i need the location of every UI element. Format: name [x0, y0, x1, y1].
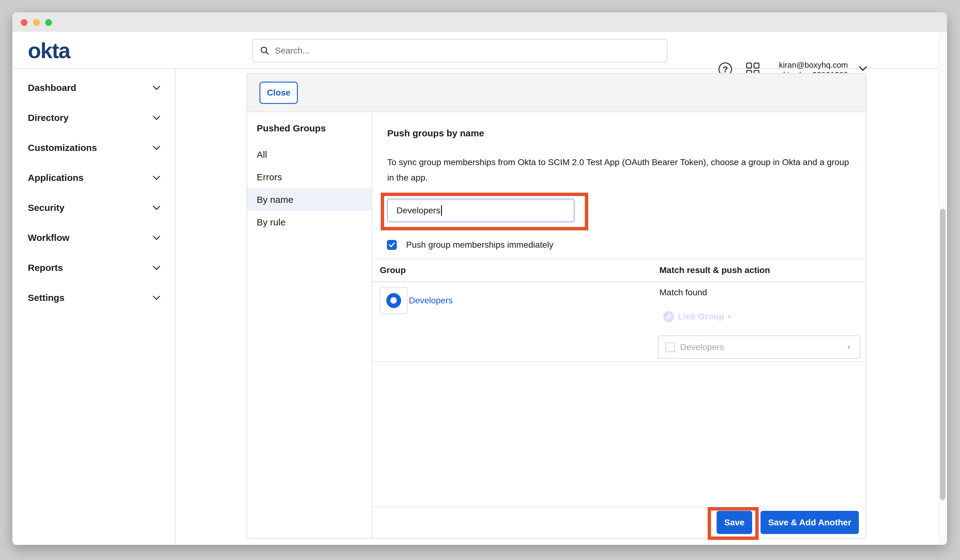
- chevron-down-icon: [153, 146, 160, 150]
- window-titlebar: [12, 12, 947, 32]
- nav-item-by-rule[interactable]: By rule: [247, 211, 372, 234]
- sidebar-item-label: Security: [28, 202, 64, 214]
- okta-logo[interactable]: okta: [28, 37, 70, 64]
- window-minimize-button[interactable]: [33, 19, 40, 26]
- okta-group-icon: [386, 293, 401, 308]
- group-name-input[interactable]: Developers: [387, 198, 574, 222]
- scrollbar-thumb[interactable]: [940, 209, 946, 500]
- search-input[interactable]: [275, 46, 660, 56]
- caret-down-icon: ▾: [847, 344, 851, 351]
- push-immediately-label[interactable]: Push group memberships immediately: [406, 240, 553, 250]
- nav-item-all[interactable]: All: [247, 143, 372, 166]
- app-group-placeholder-icon: [665, 342, 675, 352]
- link-icon: [663, 311, 674, 322]
- app-group-select-value: Developers: [680, 342, 847, 352]
- nav-item-errors[interactable]: Errors: [247, 166, 372, 188]
- sidebar-nav: Dashboard Directory Customizations Appli…: [12, 69, 176, 545]
- app-group-select[interactable]: Developers ▾: [658, 336, 861, 359]
- sidebar-item-applications[interactable]: Applications: [28, 171, 160, 184]
- column-header-match: Match result & push action: [659, 265, 770, 275]
- close-button[interactable]: Close: [259, 82, 298, 104]
- pushed-groups-nav: All Errors By name By rule: [247, 143, 372, 234]
- dialog-header-strip: Close: [247, 74, 866, 112]
- account-email: kiran@boxyhq.com: [770, 60, 857, 70]
- sidebar-item-reports[interactable]: Reports: [28, 262, 160, 274]
- pushed-groups-title: Pushed Groups: [257, 123, 326, 134]
- sidebar-item-directory[interactable]: Directory: [28, 112, 160, 124]
- chevron-down-icon: [153, 296, 160, 300]
- sidebar-item-label: Settings: [28, 291, 64, 304]
- link-group-label: Link Group: [678, 312, 724, 322]
- sidebar-item-dashboard[interactable]: Dashboard: [28, 82, 160, 94]
- window-close-button[interactable]: [21, 19, 27, 26]
- page-title: Push groups by name: [387, 128, 484, 139]
- sidebar-item-label: Directory: [28, 112, 69, 124]
- column-header-group: Group: [380, 265, 406, 275]
- sidebar-item-label: Customizations: [28, 142, 97, 154]
- divider: [372, 282, 866, 282]
- group-name-link[interactable]: Developers: [409, 295, 453, 306]
- link-group-dropdown[interactable]: Link Group ▾: [663, 311, 731, 322]
- sidebar-item-label: Applications: [28, 171, 83, 184]
- sidebar-item-customizations[interactable]: Customizations: [28, 142, 160, 154]
- push-immediately-checkbox[interactable]: [387, 240, 397, 250]
- chevron-down-icon: [153, 116, 160, 120]
- sidebar-item-label: Workflow: [28, 232, 69, 244]
- app-header: okta ? kiran@boxyhq.com okta-dev-2090126…: [12, 32, 947, 69]
- match-status-text: Match found: [659, 287, 707, 298]
- save-add-another-button[interactable]: Save & Add Another: [760, 511, 859, 534]
- sidebar-item-workflow[interactable]: Workflow: [28, 232, 160, 244]
- push-groups-dialog: Close Pushed Groups All Errors By name B…: [246, 73, 866, 539]
- text-cursor: [441, 205, 442, 216]
- divider: [372, 507, 866, 507]
- chevron-down-icon: [153, 86, 160, 90]
- chevron-down-icon: [153, 236, 160, 240]
- divider: [372, 362, 866, 362]
- chevron-down-icon: [153, 206, 160, 210]
- sidebar-item-settings[interactable]: Settings: [28, 291, 160, 304]
- search-icon: [259, 45, 270, 56]
- browser-window: okta ? kiran@boxyhq.com okta-dev-2090126…: [12, 12, 947, 545]
- sidebar-item-security[interactable]: Security: [28, 202, 160, 214]
- annotation-highlight-save: [708, 507, 758, 540]
- checkmark-icon: [389, 242, 395, 248]
- okta-group-tile: [380, 287, 407, 314]
- nav-item-by-name[interactable]: By name: [247, 188, 372, 211]
- chevron-down-icon[interactable]: [859, 66, 867, 71]
- description-text: To sync group memberships from Okta to S…: [387, 155, 851, 186]
- divider: [372, 259, 866, 259]
- divider: [372, 112, 372, 538]
- chevron-down-icon: [153, 266, 160, 270]
- sidebar-item-label: Reports: [28, 262, 63, 274]
- window-zoom-button[interactable]: [45, 19, 52, 26]
- global-search[interactable]: [252, 39, 667, 62]
- chevron-down-icon: [153, 176, 160, 180]
- sidebar-item-label: Dashboard: [28, 82, 77, 94]
- desktop-background: okta ? kiran@boxyhq.com okta-dev-2090126…: [0, 0, 960, 560]
- caret-down-icon: ▾: [728, 313, 731, 321]
- group-name-value: Developers: [397, 206, 440, 215]
